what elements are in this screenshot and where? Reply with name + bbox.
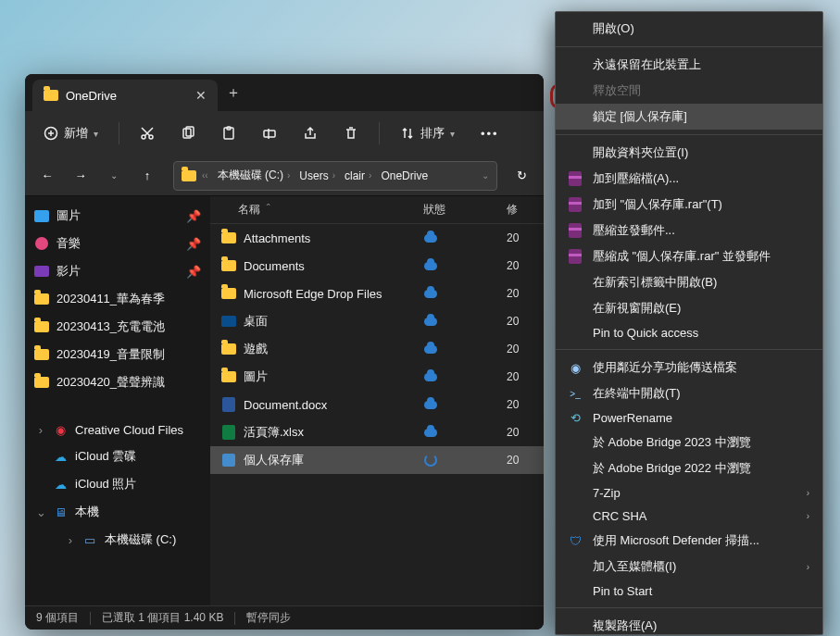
ctx-compress-rar-email[interactable]: 壓縮成 "個人保存庫.rar" 並發郵件	[556, 243, 822, 269]
breadcrumb[interactable]: OneDrive	[377, 168, 432, 184]
ctx-open-location[interactable]: 開啟資料夾位置(I)	[556, 140, 822, 166]
file-explorer-window: OneDrive ✕ ＋ 新增 ▾ 排序 ▾ ••• ← → ⌄ ↑	[25, 74, 544, 630]
video-icon	[34, 264, 49, 279]
ctx-compress-email[interactable]: 壓縮並發郵件...	[556, 218, 822, 243]
ctx-nearby-share[interactable]: ◉使用鄰近分享功能傳送檔案	[556, 355, 822, 380]
ctx-pin-quick-access[interactable]: Pin to Quick access	[556, 321, 822, 344]
close-tab-button[interactable]: ✕	[195, 88, 207, 103]
ctx-open-new-window[interactable]: 在新視窗開啟(E)	[556, 295, 822, 321]
new-label: 新增	[64, 125, 88, 142]
column-status[interactable]: 狀態	[423, 202, 507, 218]
sidebar-item-folder[interactable]: 20230420_聲聲辨識	[25, 368, 210, 396]
ctx-open[interactable]: 開啟(O)	[556, 16, 822, 42]
ctx-always-keep[interactable]: 永遠保留在此裝置上	[556, 52, 822, 78]
table-row[interactable]: Microsoft Edge Drop Files20	[210, 280, 544, 307]
forward-button[interactable]: →	[66, 161, 95, 191]
recent-dropdown-button[interactable]: ⌄	[99, 161, 129, 191]
delete-icon	[344, 126, 358, 141]
table-row[interactable]: 活頁簿.xlsx20	[210, 418, 544, 446]
sidebar-item-folder[interactable]: 20230411_華為春季	[25, 285, 210, 313]
cloud-icon	[423, 369, 438, 384]
breadcrumb[interactable]: clair›	[341, 168, 375, 184]
breadcrumb[interactable]: 本機磁碟 (C:)›	[214, 166, 295, 185]
cut-button[interactable]	[131, 120, 164, 146]
vault-icon	[221, 453, 236, 468]
column-modified[interactable]: 修	[507, 202, 544, 218]
refresh-button[interactable]: ↻	[507, 161, 536, 191]
folder-icon	[34, 347, 49, 362]
new-button[interactable]: 新增 ▾	[34, 119, 107, 147]
sort-button[interactable]: 排序 ▾	[391, 119, 464, 147]
ctx-open-new-tab[interactable]: 在新索引標籤中開啟(B)	[556, 269, 822, 295]
column-headers: 名稱 ˆ 狀態 修	[210, 196, 544, 224]
word-icon	[221, 397, 236, 412]
up-button[interactable]: ↑	[132, 161, 162, 191]
rename-icon: ⟲	[567, 411, 583, 425]
file-list: 名稱 ˆ 狀態 修 Attachments20 Documents20 Micr…	[210, 196, 544, 605]
share-button[interactable]	[294, 120, 327, 146]
table-row[interactable]: Attachments20	[210, 224, 544, 252]
music-icon	[34, 236, 49, 251]
folder-icon	[34, 375, 49, 390]
folder-icon	[221, 369, 236, 384]
ctx-add-to-rar[interactable]: 加到 "個人保存庫.rar"(T)	[556, 192, 822, 218]
ctx-defender-scan[interactable]: 🛡使用 Microsoft Defender 掃描...	[556, 528, 822, 554]
delete-button[interactable]	[334, 120, 368, 146]
rename-button[interactable]	[253, 120, 286, 146]
sidebar-item-this-pc[interactable]: ⌄🖥本機	[25, 498, 210, 526]
table-row[interactable]: 遊戲20	[210, 335, 544, 363]
sidebar-item-folder[interactable]: 20230419_音量限制	[25, 341, 210, 368]
cloud-icon	[423, 342, 438, 356]
sidebar-item-creative-cloud[interactable]: ›◉Creative Cloud Files	[25, 417, 210, 443]
shield-icon: 🛡	[567, 534, 583, 548]
ctx-pin-to-start[interactable]: Pin to Start	[556, 580, 822, 603]
folder-icon	[221, 342, 236, 356]
ctx-adobe-bridge-2022[interactable]: 於 Adobe Bridge 2022 中瀏覽	[556, 455, 822, 481]
breadcrumb[interactable]: Users›	[295, 168, 339, 184]
breadcrumb[interactable]: ‹‹	[198, 168, 212, 182]
ctx-add-to-library[interactable]: 加入至媒體櫃(I)›	[556, 554, 822, 580]
new-tab-button[interactable]: ＋	[218, 83, 249, 103]
titlebar: OneDrive ✕ ＋	[25, 74, 544, 111]
sidebar-item-videos[interactable]: 影片📌	[25, 257, 210, 285]
address-bar[interactable]: ‹‹ 本機磁碟 (C:)› Users› clair› OneDrive ⌄	[173, 161, 497, 191]
chevron-right-icon: ›	[807, 511, 809, 521]
ctx-open-terminal[interactable]: >_在終端中開啟(T)	[556, 380, 822, 406]
sidebar-item-local-disk[interactable]: ›▭本機磁碟 (C:)	[25, 526, 210, 554]
icloud-icon: ☁	[53, 449, 68, 464]
icloud-photos-icon: ☁	[53, 477, 68, 492]
sidebar-item-icloud-photos[interactable]: ☁iCloud 照片	[25, 470, 210, 498]
ctx-adobe-bridge-2023[interactable]: 於 Adobe Bridge 2023 中瀏覽	[556, 430, 822, 455]
folder-icon	[221, 286, 236, 301]
ctx-copy-path[interactable]: 複製路徑(A)	[556, 613, 822, 635]
ctx-add-to-archive[interactable]: 加到壓縮檔(A)...	[556, 166, 822, 192]
sort-icon	[400, 126, 415, 141]
table-row[interactable]: 圖片20	[210, 363, 544, 391]
chevron-right-icon: ›	[64, 533, 77, 547]
rar-icon	[567, 171, 583, 186]
sidebar-item-folder[interactable]: 20230413_充電電池	[25, 313, 210, 341]
tab-onedrive[interactable]: OneDrive ✕	[32, 80, 218, 111]
svg-point-2	[149, 135, 153, 139]
sidebar-item-pictures[interactable]: 圖片📌	[25, 202, 210, 230]
pc-icon: 🖥	[53, 505, 68, 519]
table-row[interactable]: 個人保存庫20	[210, 446, 544, 474]
status-selected: 已選取 1 個項目 1.40 KB	[102, 610, 223, 626]
more-icon: •••	[481, 127, 499, 141]
ctx-crc-sha[interactable]: CRC SHA›	[556, 505, 822, 528]
sidebar-item-music[interactable]: 音樂📌	[25, 230, 210, 257]
sidebar-item-icloud-drive[interactable]: ☁iCloud 雲碟	[25, 443, 210, 470]
back-button[interactable]: ←	[32, 161, 62, 191]
ctx-power-rename[interactable]: ⟲PowerRename	[556, 406, 822, 430]
table-row[interactable]: Documents20	[210, 252, 544, 280]
ctx-lock-vault[interactable]: 鎖定 [個人保存庫]	[556, 104, 822, 130]
more-button[interactable]: •••	[471, 121, 508, 146]
ctx-7zip[interactable]: 7-Zip›	[556, 481, 822, 505]
statusbar: 9 個項目 已選取 1 個項目 1.40 KB 暫停同步	[25, 605, 544, 630]
table-row[interactable]: 桌面20	[210, 307, 544, 335]
paste-button[interactable]	[212, 120, 245, 146]
copy-button[interactable]	[171, 120, 205, 146]
table-row[interactable]: Document.docx20	[210, 391, 544, 418]
column-name[interactable]: 名稱 ˆ	[210, 202, 423, 218]
pictures-icon	[34, 208, 49, 223]
